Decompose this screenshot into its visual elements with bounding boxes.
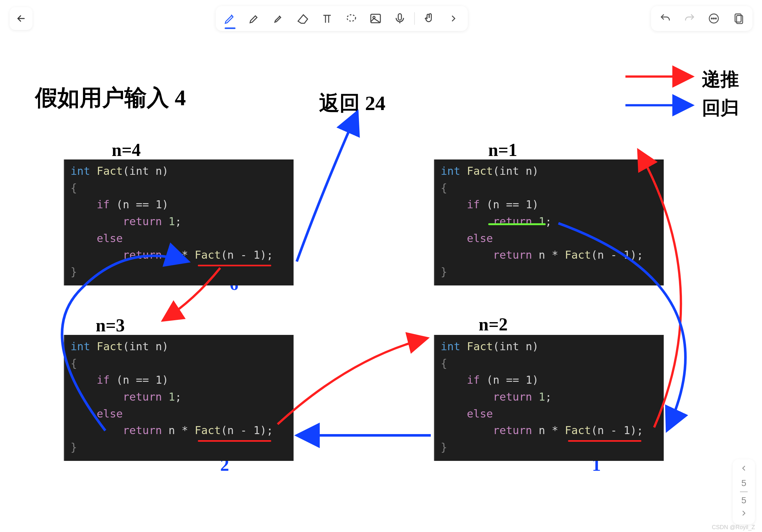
page-prev-icon[interactable] [739, 464, 748, 475]
underline-return1 [488, 223, 546, 225]
n1-label: n=1 [488, 140, 517, 160]
eraser-icon[interactable] [293, 9, 313, 29]
top-toolbar [0, 6, 762, 31]
divider [414, 12, 415, 25]
legend-blue-label: 回归 [702, 96, 739, 120]
page-sep [740, 492, 748, 492]
code-n4: int Fact(int n) { if (n == 1) return 1; … [64, 160, 294, 286]
undo-icon[interactable] [655, 9, 675, 29]
underline-n3 [198, 440, 271, 442]
page-nav: 5 5 [733, 459, 755, 524]
tool-palette [216, 6, 468, 31]
underline-n4 [198, 265, 271, 266]
highlighter-icon[interactable] [244, 9, 264, 29]
svg-rect-3 [398, 14, 402, 20]
lasso-icon[interactable] [342, 9, 361, 29]
svg-point-7 [716, 18, 717, 19]
chevron-right-icon[interactable] [443, 9, 463, 29]
svg-point-0 [347, 15, 356, 21]
svg-point-6 [713, 18, 714, 19]
legend-red-label: 递推 [702, 67, 739, 92]
n2-label: n=2 [479, 314, 508, 335]
hand-tool-icon[interactable] [419, 9, 439, 29]
n4-label: n=4 [112, 140, 141, 160]
svg-point-4 [709, 14, 719, 23]
back-button[interactable] [10, 7, 33, 30]
right-controls [651, 6, 752, 31]
text-tool-icon[interactable] [317, 9, 337, 29]
underline-n2 [568, 440, 642, 442]
svg-point-5 [711, 18, 712, 19]
return24-text: 返回 24 [319, 89, 385, 117]
page-total: 5 [741, 495, 746, 505]
page-next-icon[interactable] [739, 509, 748, 520]
code-n3: int Fact(int n) { if (n == 1) return 1; … [64, 335, 294, 461]
pages-icon[interactable] [728, 9, 748, 29]
mic-icon[interactable] [390, 9, 410, 29]
image-tool-icon[interactable] [366, 9, 385, 29]
watermark: CSDN @Royil_Z [712, 524, 755, 531]
pen-tool-icon[interactable] [220, 9, 240, 29]
more-icon[interactable] [704, 9, 724, 29]
redo-icon[interactable] [680, 9, 700, 29]
page-current: 5 [741, 478, 746, 488]
marker-icon[interactable] [269, 9, 288, 29]
code-n1: int Fact(int n) { if (n == 1) return 1; … [434, 160, 664, 286]
n3-label: n=3 [96, 315, 125, 336]
code-n2: int Fact(int n) { if (n == 1) return 1; … [434, 335, 664, 461]
title-text: 假如用户输入 4 [35, 83, 186, 113]
